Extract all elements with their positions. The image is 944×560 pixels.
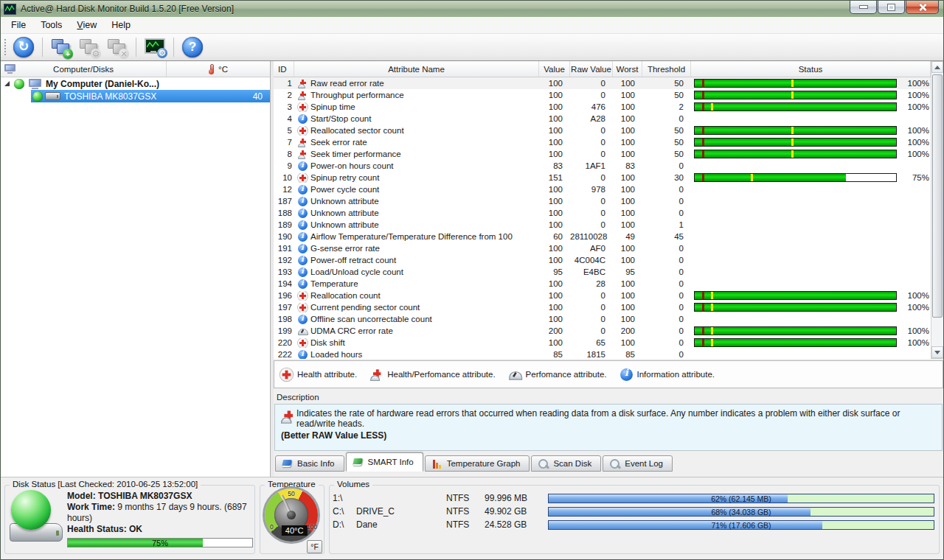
scroll-up-button[interactable]	[931, 61, 943, 73]
smart-attribute-row[interactable]: 187Unknown attribute10001000	[274, 195, 931, 207]
volumes-list: 1:\NTFS99.996 MB62% (62.145 MB)C:\DRIVE_…	[330, 486, 939, 531]
fahrenheit-toggle-button[interactable]: °F	[307, 540, 322, 553]
volume-size: 24.528 GB	[485, 519, 548, 530]
tree-item-my-computer[interactable]: My Computer (Daniel-Ko...)	[1, 77, 270, 90]
smart-table-header: IDAttribute NameValueRaw ValueWorstThres…	[274, 61, 931, 77]
health-orb-icon	[11, 490, 51, 530]
smart-attribute-row[interactable]: 7Seek error rate100010050100%	[274, 136, 931, 148]
smart-attribute-row[interactable]: 9Power-on hours count831AF1830	[274, 160, 931, 172]
smart-attribute-row[interactable]: 220Disk shift100651000100%	[274, 337, 931, 349]
menu-file[interactable]: File	[4, 18, 33, 32]
attribute-threshold: 0	[642, 267, 691, 276]
smart-attribute-row[interactable]: 3Spinup time1004761002100%	[274, 101, 931, 113]
temperature-header-label: °C	[218, 65, 228, 74]
smart-attribute-row[interactable]: 188Unknown attribute10001000	[274, 207, 931, 219]
volume-usage-bar: 68% (34.038 GB)	[548, 507, 934, 517]
maximize-button[interactable]	[878, 1, 905, 14]
tab-scan-disk[interactable]: Scan Disk	[531, 455, 601, 472]
expander-icon[interactable]	[4, 81, 10, 86]
status-bar	[694, 173, 897, 182]
monitor-settings-button[interactable]: ⚙	[141, 35, 169, 59]
tab-basic-info[interactable]: Basic Info	[275, 455, 344, 472]
menu-tools[interactable]: Tools	[33, 18, 69, 32]
attribute-id: 192	[274, 256, 294, 265]
attribute-raw-value: 0	[570, 291, 613, 300]
toolbar-gripper[interactable]	[3, 38, 7, 57]
attribute-threshold: 0	[642, 197, 691, 206]
menu-view[interactable]: View	[69, 18, 104, 32]
scroll-down-button[interactable]	[931, 346, 943, 358]
tab-event-log[interactable]: Event Log	[603, 455, 673, 472]
smart-attribute-row[interactable]: 194Temperature100281000	[274, 278, 931, 290]
column-header-raw-value[interactable]: Raw Value	[570, 61, 613, 77]
smart-attribute-row[interactable]: 198Offline scan uncorrectable count10001…	[274, 313, 931, 325]
column-header-temperature[interactable]: °C	[167, 61, 270, 77]
close-button[interactable]	[906, 1, 939, 14]
minimize-button[interactable]	[850, 1, 877, 14]
tab-temperature-graph[interactable]: Temperature Graph	[425, 455, 530, 472]
attribute-icon-cell	[294, 267, 310, 277]
selected-disk-row[interactable]: TOSHIBA MK8037GSX 40	[31, 90, 270, 102]
column-header-threshold[interactable]: Threshold	[642, 61, 691, 77]
volume-row[interactable]: 1:\NTFS99.996 MB62% (62.145 MB)	[333, 491, 934, 505]
legend-health-attribute: Health attribute.	[280, 370, 357, 379]
refresh-button[interactable]	[10, 35, 38, 59]
column-header-status[interactable]: Status	[691, 61, 931, 77]
vertical-scrollbar[interactable]	[931, 61, 943, 358]
smart-attribute-row[interactable]: 193Load/Unload cycle count95E4BC950	[274, 266, 931, 278]
volume-row[interactable]: C:\DRIVE_CNTFS49.902 GB68% (34.038 GB)	[333, 505, 934, 518]
attribute-status-cell: 100%	[691, 325, 931, 337]
volume-row[interactable]: D:\DaneNTFS24.528 GB71% (17.606 GB)	[333, 518, 934, 531]
worst-marker	[791, 127, 794, 134]
health-status-line: Health Status: OK	[67, 524, 253, 535]
smart-attribute-row[interactable]: 192Power-off retract count1004C004C1000	[274, 254, 931, 266]
tab-label: Scan Disk	[553, 459, 591, 468]
tree-item-disk[interactable]: TOSHIBA MK8037GSX 40	[1, 90, 270, 102]
smart-attribute-row[interactable]: 12Power cycle count1009781000	[274, 183, 931, 195]
smart-attribute-row[interactable]: 191G-sense error rate100AF01000	[274, 242, 931, 254]
worst-marker	[751, 174, 753, 181]
computer-settings-button[interactable]: ⚙	[75, 35, 103, 59]
attribute-value: 100	[539, 338, 570, 347]
column-header-attribute-name[interactable]: Attribute Name	[294, 61, 539, 77]
attribute-status-cell	[691, 219, 931, 231]
attribute-worst: 49	[613, 232, 642, 241]
smart-attribute-row[interactable]: 222Loaded hours851815850	[274, 349, 931, 359]
column-header-value[interactable]: Value	[539, 61, 570, 77]
smart-attribute-row[interactable]: 1Raw read error rate100010050100%	[274, 77, 931, 89]
tab-smart-info[interactable]: SMART Info	[346, 452, 423, 472]
remove-computer-button[interactable]: ✕	[103, 35, 131, 59]
smart-attribute-row[interactable]: 2Throughput performance100010050100%	[274, 89, 931, 101]
column-header-id[interactable]: ID	[274, 61, 294, 77]
volume-usage-bar: 71% (17.606 GB)	[548, 520, 934, 530]
attribute-worst: 100	[613, 79, 642, 88]
smart-attribute-row[interactable]: 5Reallocated sector count100010050100%	[274, 125, 931, 136]
arrow-down-icon	[934, 351, 940, 354]
smart-panel: IDAttribute NameValueRaw ValueWorstThres…	[274, 61, 943, 477]
attribute-name: G-sense error rate	[310, 244, 539, 253]
menu-help[interactable]: Help	[104, 18, 138, 32]
smart-attribute-row[interactable]: 8Seek timer performance100010050100%	[274, 148, 931, 160]
attribute-value: 151	[539, 173, 570, 182]
attribute-worst: 100	[613, 102, 642, 111]
column-header-computer-disks[interactable]: Computer/Disks	[1, 61, 167, 77]
scrollbar-thumb[interactable]	[932, 74, 943, 318]
legend-label: Perfomance attribute.	[526, 370, 607, 379]
app-icon	[4, 4, 16, 15]
smart-attribute-row[interactable]: 189Unknown attribute10001001	[274, 219, 931, 231]
attribute-id: 220	[274, 338, 294, 347]
help-button[interactable]	[178, 35, 206, 59]
smart-attribute-row[interactable]: 10Spinup retry count15101003075%	[274, 172, 931, 183]
smart-attribute-row[interactable]: 196Reallocation count10001000100%	[274, 290, 931, 301]
smart-attribute-row[interactable]: 199UDMA CRC error rate20002000100%	[274, 325, 931, 337]
smart-attribute-row[interactable]: 4Start/Stop count100A281000	[274, 113, 931, 125]
column-header-worst[interactable]: Worst	[613, 61, 642, 77]
volumes-group: Volumes 1:\NTFS99.996 MB62% (62.145 MB)C…	[329, 485, 940, 554]
smart-attribute-row[interactable]: 197Current pending sector count100010001…	[274, 301, 931, 313]
temperature-gauge: 50 0 100 40°C	[265, 489, 318, 542]
status-bar	[694, 138, 897, 147]
status-bar	[694, 150, 897, 158]
smart-attribute-row[interactable]: 190Airflow Temperature/Temperature Diffe…	[274, 231, 931, 242]
information-attribute-icon	[298, 185, 308, 195]
add-computer-button[interactable]: +	[47, 35, 75, 59]
